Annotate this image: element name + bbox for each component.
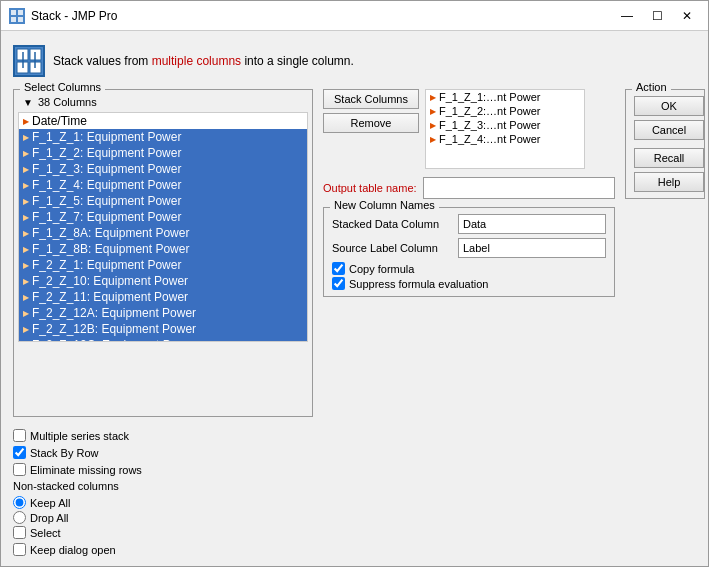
list-item[interactable]: ▶ Date/Time: [19, 113, 307, 129]
list-item[interactable]: ▶ F_2_Z_12A: Equipment Power: [19, 305, 307, 321]
new-column-names-label: New Column Names: [330, 199, 439, 211]
columns-count: 38 Columns: [38, 96, 97, 108]
col-name: F_2_Z_12C: Equipment Power: [32, 338, 197, 342]
svg-rect-2: [11, 17, 16, 22]
col-arrow-icon: ▶: [23, 325, 29, 334]
content-area: Stack values from multiple columns into …: [1, 31, 708, 566]
stacked-item-name: F_1_Z_4:…nt Power: [439, 133, 541, 145]
titlebar-controls: — ☐ ✕: [614, 6, 700, 26]
select-checkbox[interactable]: [13, 526, 26, 539]
remove-button[interactable]: Remove: [323, 113, 419, 133]
col-arrow-icon: ▶: [23, 181, 29, 190]
list-item[interactable]: ▶ F_1_Z_2: Equipment Power: [19, 145, 307, 161]
eliminate-missing-label: Eliminate missing rows: [30, 464, 142, 476]
stack-by-row-checkbox[interactable]: [13, 446, 26, 459]
keep-dialog-open-checkbox[interactable]: [13, 543, 26, 556]
col-name: F_1_Z_7: Equipment Power: [32, 210, 181, 224]
source-label-column-input[interactable]: [458, 238, 606, 258]
list-item[interactable]: ▶ F_1_Z_5: Equipment Power: [19, 193, 307, 209]
stacked-item[interactable]: ▶ F_1_Z_1:…nt Power: [426, 90, 584, 104]
list-item[interactable]: ▶ F_1_Z_8B: Equipment Power: [19, 241, 307, 257]
copy-formula-checkbox[interactable]: [332, 262, 345, 275]
col-arrow-icon: ▶: [23, 133, 29, 142]
ok-button[interactable]: OK: [634, 96, 704, 116]
stacked-item-name: F_1_Z_2:…nt Power: [439, 105, 541, 117]
main-window: Stack - JMP Pro — ☐ ✕ Stack values: [0, 0, 709, 567]
col-arrow-icon: ▶: [23, 165, 29, 174]
output-table-name-input[interactable]: [423, 177, 615, 199]
eliminate-missing-checkbox[interactable]: [13, 463, 26, 476]
stack-by-row-row: Stack By Row: [13, 446, 696, 459]
suppress-formula-checkbox[interactable]: [332, 277, 345, 290]
col-arrow-icon: ▶: [23, 197, 29, 206]
columns-list[interactable]: ▶ Date/Time ▶ F_1_Z_1: Equipment Power ▶…: [18, 112, 308, 342]
stacked-columns-list[interactable]: ▶ F_1_Z_1:…nt Power ▶ F_1_Z_2:…nt Power …: [425, 89, 585, 169]
col-name: F_1_Z_5: Equipment Power: [32, 194, 181, 208]
recall-button[interactable]: Recall: [634, 148, 704, 168]
keep-all-radio[interactable]: [13, 496, 26, 509]
titlebar: Stack - JMP Pro — ☐ ✕: [1, 1, 708, 31]
col-arrow-icon: ▶: [23, 341, 29, 343]
col-name: F_1_Z_1: Equipment Power: [32, 130, 181, 144]
list-item[interactable]: ▶ F_2_Z_12C: Equipment Power: [19, 337, 307, 342]
col-arrow-icon: ▶: [23, 149, 29, 158]
select-label: Select: [30, 527, 61, 539]
stacked-item[interactable]: ▶ F_1_Z_3:…nt Power: [426, 118, 584, 132]
close-button[interactable]: ✕: [674, 6, 700, 26]
header-highlight: multiple columns: [152, 54, 241, 68]
help-button[interactable]: Help: [634, 172, 704, 192]
source-label-column-label: Source Label Column: [332, 242, 452, 254]
action-label: Action: [632, 81, 671, 93]
cancel-button[interactable]: Cancel: [634, 120, 704, 140]
non-stacked-radio-group: Keep All Drop All Select: [13, 496, 696, 539]
col-name: Date/Time: [32, 114, 87, 128]
stack-area: Stack Columns Remove ▶ F_1_Z_1:…nt Power…: [323, 89, 615, 169]
list-item[interactable]: ▶ F_2_Z_1: Equipment Power: [19, 257, 307, 273]
stack-columns-button[interactable]: Stack Columns: [323, 89, 419, 109]
stacked-item[interactable]: ▶ F_1_Z_4:…nt Power: [426, 132, 584, 146]
col-arrow-icon: ▶: [23, 261, 29, 270]
bottom-options: Multiple series stack Stack By Row Elimi…: [13, 425, 696, 556]
col-arrow-icon: ▶: [23, 245, 29, 254]
col-name: F_1_Z_8A: Equipment Power: [32, 226, 189, 240]
stacked-arrow-icon: ▶: [430, 93, 436, 102]
header-text: Stack values from multiple columns into …: [53, 54, 354, 68]
list-item[interactable]: ▶ F_2_Z_12B: Equipment Power: [19, 321, 307, 337]
list-item[interactable]: ▶ F_2_Z_11: Equipment Power: [19, 289, 307, 305]
collapse-icon[interactable]: ▼: [22, 96, 34, 108]
list-item[interactable]: ▶ F_1_Z_3: Equipment Power: [19, 161, 307, 177]
list-item[interactable]: ▶ F_1_Z_4: Equipment Power: [19, 177, 307, 193]
stacked-data-column-label: Stacked Data Column: [332, 218, 452, 230]
list-item[interactable]: ▶ F_1_Z_7: Equipment Power: [19, 209, 307, 225]
maximize-button[interactable]: ☐: [644, 6, 670, 26]
titlebar-left: Stack - JMP Pro: [9, 8, 117, 24]
copy-formula-label: Copy formula: [349, 263, 414, 275]
stacked-data-column-input[interactable]: [458, 214, 606, 234]
keep-all-row: Keep All: [13, 496, 696, 509]
keep-dialog-open-row: Keep dialog open: [13, 543, 696, 556]
multiple-series-checkbox[interactable]: [13, 429, 26, 442]
drop-all-radio[interactable]: [13, 511, 26, 524]
minimize-button[interactable]: —: [614, 6, 640, 26]
keep-all-label: Keep All: [30, 497, 70, 509]
new-column-names-group: New Column Names Stacked Data Column Sou…: [323, 207, 615, 297]
stack-icon: [13, 45, 45, 77]
col-name: F_2_Z_12B: Equipment Power: [32, 322, 196, 336]
copy-formula-row: Copy formula: [332, 262, 606, 275]
suppress-formula-row: Suppress formula evaluation: [332, 277, 606, 290]
list-item[interactable]: ▶ F_1_Z_8A: Equipment Power: [19, 225, 307, 241]
header-suffix: into a single column.: [241, 54, 354, 68]
multiple-series-row: Multiple series stack: [13, 429, 696, 442]
stacked-data-column-row: Stacked Data Column: [332, 214, 606, 234]
non-stacked-columns-title: Non-stacked columns: [13, 480, 119, 492]
list-item[interactable]: ▶ F_2_Z_10: Equipment Power: [19, 273, 307, 289]
window-title: Stack - JMP Pro: [31, 9, 117, 23]
stacked-item[interactable]: ▶ F_1_Z_2:…nt Power: [426, 104, 584, 118]
output-row: Output table name:: [323, 177, 615, 199]
app-icon: [9, 8, 25, 24]
stacked-item-name: F_1_Z_3:…nt Power: [439, 119, 541, 131]
action-group: Action OK Cancel Recall Help: [625, 89, 705, 199]
col-name: F_2_Z_12A: Equipment Power: [32, 306, 196, 320]
list-item[interactable]: ▶ F_1_Z_1: Equipment Power: [19, 129, 307, 145]
drop-all-label: Drop All: [30, 512, 69, 524]
